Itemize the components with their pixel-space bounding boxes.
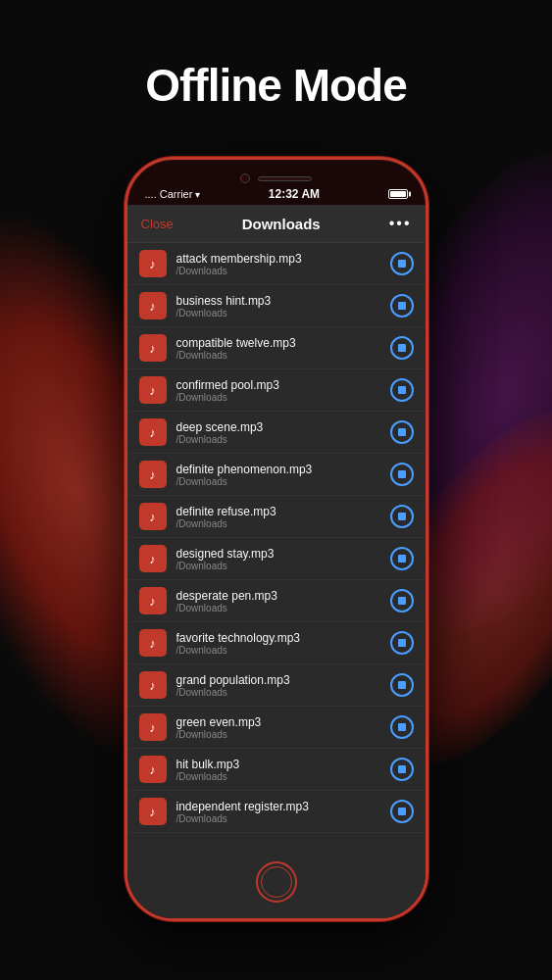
track-icon-12: ♪ bbox=[139, 756, 167, 783]
music-icon: ♪ bbox=[149, 678, 156, 693]
track-name-13: independent register.mp3 bbox=[176, 800, 380, 813]
battery-fill bbox=[390, 191, 406, 197]
track-name-10: grand population.mp3 bbox=[176, 673, 380, 687]
track-icon-2: ♪ bbox=[139, 334, 167, 362]
track-status-inner-4 bbox=[398, 428, 406, 436]
track-info-0: attack membership.mp3 /Downloads bbox=[176, 252, 380, 276]
track-path-0: /Downloads bbox=[176, 266, 380, 276]
track-icon-11: ♪ bbox=[139, 713, 167, 741]
track-status-8[interactable] bbox=[390, 589, 414, 612]
track-status-0[interactable] bbox=[390, 252, 414, 275]
track-status-inner-8 bbox=[398, 597, 406, 605]
carrier-text: .... Carrier bbox=[145, 188, 193, 200]
track-status-12[interactable] bbox=[390, 758, 414, 781]
track-status-13[interactable] bbox=[390, 800, 414, 823]
track-icon-13: ♪ bbox=[139, 798, 167, 825]
list-item[interactable]: ♪ favorite technology.mp3 /Downloads bbox=[127, 622, 426, 664]
track-status-inner-0 bbox=[398, 260, 406, 268]
track-icon-6: ♪ bbox=[139, 503, 167, 530]
status-bar: .... Carrier ▾ 12:32 AM bbox=[127, 183, 426, 205]
track-info-10: grand population.mp3 /Downloads bbox=[176, 673, 380, 698]
list-item[interactable]: ♪ attack membership.mp3 /Downloads bbox=[127, 243, 426, 285]
track-icon-9: ♪ bbox=[139, 629, 167, 657]
track-path-1: /Downloads bbox=[176, 308, 380, 318]
track-icon-8: ♪ bbox=[139, 587, 167, 614]
track-name-9: favorite technology.mp3 bbox=[176, 631, 380, 645]
music-icon: ♪ bbox=[149, 636, 156, 651]
track-name-7: designed stay.mp3 bbox=[176, 547, 380, 561]
track-status-inner-9 bbox=[398, 639, 406, 647]
music-icon: ♪ bbox=[149, 425, 156, 440]
track-info-13: independent register.mp3 /Downloads bbox=[176, 800, 380, 824]
list-item[interactable]: ♪ definite refuse.mp3 /Downloads bbox=[127, 496, 426, 538]
list-item[interactable]: ♪ hit bulk.mp3 /Downloads bbox=[127, 749, 426, 791]
track-path-7: /Downloads bbox=[176, 561, 380, 571]
list-item[interactable]: ♪ deep scene.mp3 /Downloads bbox=[127, 412, 426, 454]
track-status-inner-6 bbox=[398, 513, 406, 520]
track-name-4: deep scene.mp3 bbox=[176, 420, 380, 434]
track-info-5: definite phenomenon.mp3 /Downloads bbox=[176, 463, 380, 487]
track-info-11: green even.mp3 /Downloads bbox=[176, 715, 380, 740]
track-icon-5: ♪ bbox=[139, 461, 167, 488]
track-status-inner-3 bbox=[398, 386, 406, 394]
track-name-6: definite refuse.mp3 bbox=[176, 505, 380, 518]
track-status-4[interactable] bbox=[390, 420, 414, 444]
close-button[interactable]: Close bbox=[141, 217, 174, 231]
track-list: ♪ attack membership.mp3 /Downloads ♪ bus… bbox=[127, 243, 426, 833]
page-title: Offline Mode bbox=[0, 59, 552, 112]
track-status-2[interactable] bbox=[390, 336, 414, 360]
phone-speaker bbox=[258, 176, 312, 181]
track-path-2: /Downloads bbox=[176, 350, 380, 361]
track-status-1[interactable] bbox=[390, 294, 414, 318]
music-icon: ♪ bbox=[149, 720, 156, 735]
track-status-3[interactable] bbox=[390, 378, 414, 402]
music-icon: ♪ bbox=[149, 805, 156, 819]
music-icon: ♪ bbox=[149, 510, 156, 524]
track-path-13: /Downloads bbox=[176, 813, 380, 824]
track-name-3: confirmed pool.mp3 bbox=[176, 378, 380, 392]
list-item[interactable]: ♪ compatible twelve.mp3 /Downloads bbox=[127, 327, 426, 369]
music-icon: ♪ bbox=[149, 467, 156, 482]
list-item[interactable]: ♪ green even.mp3 /Downloads bbox=[127, 707, 426, 749]
track-status-inner-12 bbox=[398, 765, 406, 773]
track-icon-3: ♪ bbox=[139, 376, 167, 404]
track-info-8: desperate pen.mp3 /Downloads bbox=[176, 589, 380, 613]
track-status-inner-10 bbox=[398, 681, 406, 689]
music-icon: ♪ bbox=[149, 594, 156, 609]
track-name-11: green even.mp3 bbox=[176, 715, 380, 729]
list-item[interactable]: ♪ independent register.mp3 /Downloads bbox=[127, 791, 426, 833]
list-item[interactable]: ♪ grand population.mp3 /Downloads bbox=[127, 664, 426, 707]
track-name-0: attack membership.mp3 bbox=[176, 252, 380, 266]
music-icon: ♪ bbox=[149, 383, 156, 398]
phone-mockup: .... Carrier ▾ 12:32 AM Close Downloads … bbox=[125, 157, 428, 921]
list-item[interactable]: ♪ desperate pen.mp3 /Downloads bbox=[127, 580, 426, 622]
track-info-4: deep scene.mp3 /Downloads bbox=[176, 420, 380, 445]
list-item[interactable]: ♪ business hint.mp3 /Downloads bbox=[127, 285, 426, 327]
track-status-7[interactable] bbox=[390, 547, 414, 570]
more-button[interactable]: ••• bbox=[389, 215, 412, 232]
track-name-2: compatible twelve.mp3 bbox=[176, 336, 380, 350]
track-path-12: /Downloads bbox=[176, 771, 380, 782]
list-item[interactable]: ♪ confirmed pool.mp3 /Downloads bbox=[127, 369, 426, 412]
track-info-9: favorite technology.mp3 /Downloads bbox=[176, 631, 380, 656]
track-status-10[interactable] bbox=[390, 673, 414, 697]
list-item[interactable]: ♪ definite phenomenon.mp3 /Downloads bbox=[127, 454, 426, 496]
phone-outer: .... Carrier ▾ 12:32 AM Close Downloads … bbox=[125, 157, 428, 921]
track-status-6[interactable] bbox=[390, 505, 414, 528]
home-button[interactable] bbox=[256, 861, 297, 903]
track-status-11[interactable] bbox=[390, 715, 414, 739]
track-icon-0: ♪ bbox=[139, 250, 167, 277]
list-item[interactable]: ♪ designed stay.mp3 /Downloads bbox=[127, 538, 426, 580]
track-status-inner-7 bbox=[398, 555, 406, 563]
screen-title: Downloads bbox=[242, 216, 321, 232]
track-status-9[interactable] bbox=[390, 631, 414, 655]
track-status-inner-13 bbox=[398, 808, 406, 815]
track-status-5[interactable] bbox=[390, 463, 414, 486]
battery-icon bbox=[388, 189, 408, 199]
track-name-12: hit bulk.mp3 bbox=[176, 758, 380, 771]
track-info-1: business hint.mp3 /Downloads bbox=[176, 294, 380, 318]
track-path-8: /Downloads bbox=[176, 603, 380, 613]
track-status-inner-1 bbox=[398, 302, 406, 310]
music-icon: ♪ bbox=[149, 299, 156, 314]
track-name-8: desperate pen.mp3 bbox=[176, 589, 380, 603]
